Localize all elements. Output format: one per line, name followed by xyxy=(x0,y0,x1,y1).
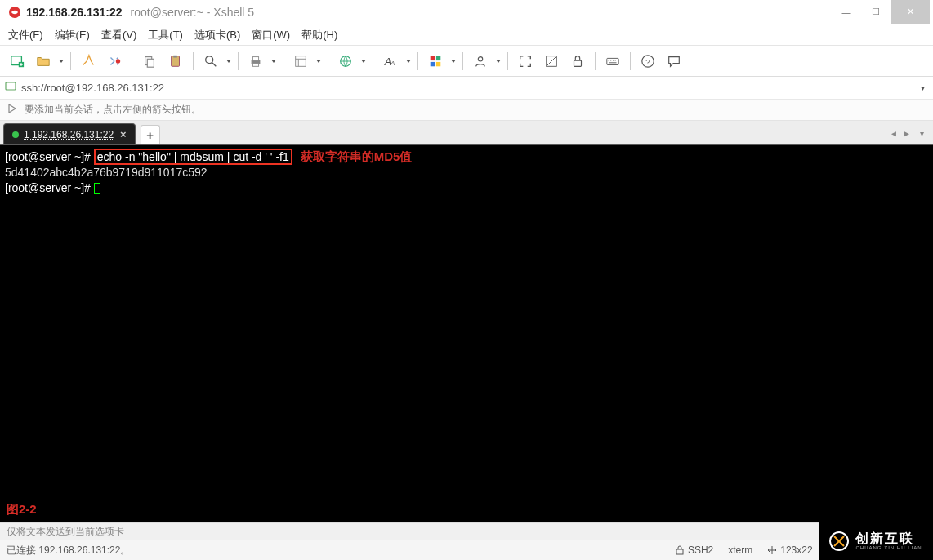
svg-point-3 xyxy=(116,59,120,63)
color-theme-button[interactable] xyxy=(423,49,448,73)
svg-rect-7 xyxy=(173,55,177,57)
menu-edit[interactable]: 编辑(E) xyxy=(55,28,90,42)
terminal-prompt: [root@server ~]# xyxy=(5,150,94,163)
resize-icon xyxy=(767,545,777,555)
menu-tabs[interactable]: 选项卡(B) xyxy=(194,28,240,42)
open-button[interactable] xyxy=(31,49,56,73)
watermark-subtitle: CHUANG XIN HU LIAN xyxy=(855,545,922,550)
profile-dropdown[interactable] xyxy=(494,49,502,73)
svg-rect-12 xyxy=(296,56,306,66)
svg-rect-23 xyxy=(607,58,618,64)
address-bar: ssh://root@192.168.26.131:22 ▾ xyxy=(0,77,933,100)
svg-point-20 xyxy=(478,56,482,60)
new-tab-button[interactable]: + xyxy=(141,125,160,144)
watermark-icon xyxy=(829,531,849,551)
terminal-line-1: [root@server ~]# echo -n "hello" | md5su… xyxy=(5,149,928,165)
terminal-cursor-icon xyxy=(94,183,100,194)
menu-tools[interactable]: 工具(T) xyxy=(148,28,183,42)
font-button[interactable]: AA xyxy=(378,49,403,73)
copy-button[interactable] xyxy=(137,49,162,73)
close-button[interactable]: ✕ xyxy=(891,0,930,24)
tab-scroll-right-icon[interactable]: ► xyxy=(900,126,913,140)
tab-close-icon[interactable]: × xyxy=(120,128,127,140)
watermark-logo: 创新互联 CHUANG XIN HU LIAN xyxy=(819,522,933,560)
hint-icon[interactable] xyxy=(7,103,18,117)
toolbar: AA ? xyxy=(0,46,933,77)
color-theme-dropdown[interactable] xyxy=(449,49,458,73)
terminal[interactable]: [root@server ~]# echo -n "hello" | md5su… xyxy=(0,145,933,522)
tab-label: 1 192.168.26.131:22 xyxy=(24,129,114,140)
help-button[interactable]: ? xyxy=(636,49,660,73)
globe-dropdown[interactable] xyxy=(359,49,368,73)
session-tab[interactable]: 1 192.168.26.131:22 × xyxy=(3,123,136,144)
hint-bar: 要添加当前会话，点击左侧的箭头按钮。 xyxy=(0,100,933,121)
tab-menu-icon[interactable]: ▾ xyxy=(915,126,928,140)
paste-button[interactable] xyxy=(163,49,188,73)
terminal-prompt-2: [root@server ~]# xyxy=(5,181,94,194)
svg-rect-26 xyxy=(6,82,16,90)
fullscreen-button[interactable] xyxy=(513,49,538,73)
status-terminal-type: xterm xyxy=(728,544,752,556)
title-subtitle: root@server:~ - Xshell 5 xyxy=(131,6,255,19)
svg-rect-10 xyxy=(252,56,258,60)
minimize-button[interactable]: — xyxy=(832,0,861,24)
keyboard-button[interactable] xyxy=(600,49,625,73)
find-dropdown[interactable] xyxy=(225,49,233,73)
hint-text: 要添加当前会话，点击左侧的箭头按钮。 xyxy=(25,103,201,117)
tab-strip: 1 192.168.26.131:22 × + ◄ ► ▾ xyxy=(0,121,933,145)
lock-button[interactable] xyxy=(565,49,590,73)
profile-button[interactable] xyxy=(468,49,493,73)
maximize-button[interactable]: ☐ xyxy=(861,0,891,24)
terminal-output: 5d41402abc4b2a76b9719d911017c592 xyxy=(5,165,928,180)
title-host: 192.168.26.131:22 xyxy=(26,6,123,19)
send-text-bar[interactable]: 仅将文本发送到当前选项卡 xyxy=(0,522,933,540)
lock-icon xyxy=(675,545,685,555)
highlighted-command: echo -n "hello" | md5sum | cut -d ' ' -f… xyxy=(94,149,292,165)
figure-label: 图2-2 xyxy=(7,501,37,518)
reconnect-button[interactable] xyxy=(76,49,100,73)
title-bar: 192.168.26.131:22 root@server:~ - Xshell… xyxy=(0,0,933,24)
menu-bar: 文件(F) 编辑(E) 查看(V) 工具(T) 选项卡(B) 窗口(W) 帮助(… xyxy=(0,24,933,46)
new-session-button[interactable] xyxy=(5,49,29,73)
app-icon xyxy=(8,6,21,19)
status-bar: 已连接 192.168.26.131:22。 SSH2 xterm 123x22… xyxy=(0,540,933,560)
tab-scroll-left-icon[interactable]: ◄ xyxy=(887,126,900,140)
properties-button[interactable] xyxy=(288,49,313,73)
status-size: 123x22 xyxy=(767,544,812,556)
address-url[interactable]: ssh://root@192.168.26.131:22 xyxy=(21,82,912,94)
status-protocol: SSH2 xyxy=(675,544,713,556)
properties-dropdown[interactable] xyxy=(315,49,323,73)
svg-rect-27 xyxy=(676,549,683,554)
svg-point-8 xyxy=(206,56,213,63)
svg-rect-16 xyxy=(431,56,435,60)
menu-help[interactable]: 帮助(H) xyxy=(301,28,337,42)
menu-window[interactable]: 窗口(W) xyxy=(252,28,290,42)
protocol-icon xyxy=(5,81,16,96)
svg-rect-22 xyxy=(574,60,582,66)
svg-rect-11 xyxy=(252,63,258,66)
command-annotation: 获取字符串的MD5值 xyxy=(301,149,413,163)
find-button[interactable] xyxy=(199,49,223,73)
svg-rect-6 xyxy=(172,56,180,66)
transparency-button[interactable] xyxy=(539,49,564,73)
open-dropdown[interactable] xyxy=(57,49,65,73)
terminal-line-3: [root@server ~]# xyxy=(5,180,928,196)
svg-rect-18 xyxy=(431,61,435,65)
print-dropdown[interactable] xyxy=(270,49,278,73)
tab-status-dot-icon xyxy=(12,131,19,138)
menu-file[interactable]: 文件(F) xyxy=(8,28,43,42)
svg-text:A: A xyxy=(390,60,395,67)
globe-button[interactable] xyxy=(333,49,358,73)
chat-button[interactable] xyxy=(662,49,686,73)
svg-text:?: ? xyxy=(645,56,650,65)
status-connection: 已连接 192.168.26.131:22。 xyxy=(7,544,130,558)
svg-rect-19 xyxy=(436,61,440,65)
font-dropdown[interactable] xyxy=(404,49,413,73)
address-dropdown[interactable]: ▾ xyxy=(917,83,928,92)
watermark-title: 创新互联 xyxy=(855,532,922,545)
disconnect-button[interactable] xyxy=(102,49,127,73)
menu-view[interactable]: 查看(V) xyxy=(101,28,136,42)
print-button[interactable] xyxy=(243,49,268,73)
svg-rect-17 xyxy=(436,56,440,60)
svg-rect-5 xyxy=(147,59,154,67)
